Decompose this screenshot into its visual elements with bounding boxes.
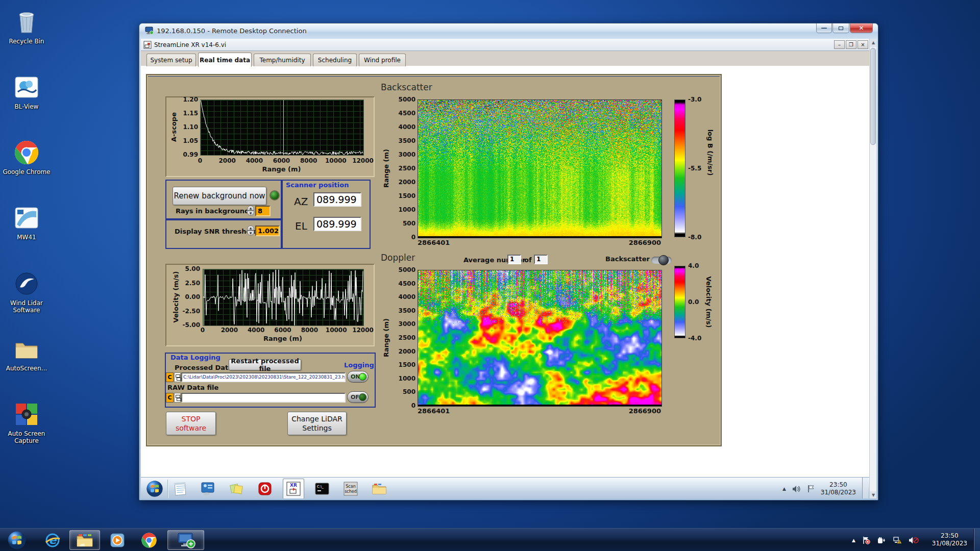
- snr-spinner[interactable]: ▲▼: [247, 226, 254, 236]
- remote-action-center-flag-icon[interactable]: [807, 485, 815, 493]
- backscatter-heatmap: [418, 99, 662, 238]
- desktop-icon-label: Recycle Bin: [2, 38, 51, 45]
- backscatter-x-end: 2866900: [629, 239, 661, 246]
- host-tray-expand-icon[interactable]: ▲: [852, 538, 855, 543]
- action-center-flag-error-icon[interactable]: [862, 536, 870, 544]
- renew-background-button[interactable]: Renew background now: [173, 187, 266, 205]
- host-taskbar-chrome[interactable]: [135, 530, 163, 550]
- remote-taskbar-power-app[interactable]: [254, 479, 276, 498]
- host-taskbar-media-player[interactable]: [104, 530, 131, 550]
- average-number-field[interactable]: 1: [507, 255, 521, 264]
- rdp-window-title: 192.168.0.150 - Remote Desktop Connectio…: [157, 27, 307, 35]
- remote-tray: ▲ 23:50 31/08/2023: [782, 478, 868, 498]
- desktop-icon-google-chrome[interactable]: Google Chrome: [2, 138, 51, 200]
- az-label: AZ: [294, 195, 308, 208]
- tab-real-time-data[interactable]: Real time data: [198, 53, 252, 67]
- host-taskbar-internet-explorer[interactable]: e: [40, 530, 65, 550]
- doppler-heatmap: [418, 270, 662, 407]
- rdp-vertical-scrollbar[interactable]: ▲ ▼: [869, 39, 876, 498]
- host-taskbar-windows-explorer[interactable]: [69, 530, 100, 550]
- folder-icon: [371, 481, 387, 496]
- remote-clock[interactable]: 23:50 31/08/2023: [821, 481, 856, 496]
- remote-taskbar-system-app[interactable]: [197, 479, 218, 498]
- vi-front-panel: A-scope 1.201.151.101.050.99 02000400060…: [141, 66, 870, 477]
- drive-selector[interactable]: C: [166, 372, 174, 382]
- close-button[interactable]: ✕: [850, 23, 873, 33]
- remote-taskbar-scan-scheduler[interactable]: Scan sched: [340, 479, 361, 498]
- remote-taskbar-folder[interactable]: [369, 479, 390, 498]
- el-value-field[interactable]: 089.999: [313, 217, 361, 231]
- average-total-field[interactable]: 1: [534, 255, 548, 264]
- start-orb-icon: [146, 480, 163, 497]
- remote-tray-expand-icon[interactable]: ▲: [782, 486, 786, 491]
- power-plug-icon[interactable]: [877, 536, 886, 544]
- raw-logging-off-button[interactable]: OFF: [347, 391, 369, 403]
- remote-volume-icon[interactable]: [792, 485, 801, 493]
- remote-taskbar-labview-xr[interactable]: XR: [283, 479, 304, 498]
- desktop-icon-label: MW41: [2, 234, 51, 241]
- tab-scheduling[interactable]: Scheduling: [313, 54, 357, 66]
- change-lidar-settings-button[interactable]: Change LiDAR Settings: [287, 412, 347, 435]
- host-show-desktop-button[interactable]: [973, 529, 980, 551]
- maximize-button[interactable]: [832, 23, 849, 33]
- snr-value-field[interactable]: 1.002: [255, 226, 280, 236]
- tab-temp-humidity[interactable]: Temp/humidity: [254, 54, 311, 66]
- desktop-icon-autoscreen-folder[interactable]: AutoScreen...: [2, 334, 51, 396]
- scroll-down-arrow[interactable]: ▼: [870, 491, 876, 498]
- remote-taskbar-command-prompt[interactable]: C:\_: [311, 479, 333, 498]
- desktop-icon-label: BL-View: [2, 103, 51, 110]
- backscatter-toggle-switch[interactable]: [651, 257, 672, 264]
- desktop-icon-wind-lidar-software[interactable]: Wind Lidar Software: [2, 269, 51, 331]
- desktop-icon-auto-screen-capture[interactable]: Auto Screen Capture: [2, 399, 51, 462]
- scroll-up-arrow[interactable]: ▲: [870, 39, 876, 47]
- scanner-position-title: Scanner position: [286, 181, 349, 189]
- vi-titlebar[interactable]: StreamLine XR v14-6.vi – ❒ ×: [141, 39, 870, 51]
- remote-taskbar-sticky-notes[interactable]: [226, 479, 247, 498]
- desktop-icon-label: Wind Lidar Software: [2, 299, 51, 314]
- browse-icon[interactable]: [174, 393, 181, 403]
- doppler-x-start: 2866401: [418, 407, 450, 415]
- folder-icon: [13, 335, 40, 363]
- network-warning-icon[interactable]: [893, 536, 902, 544]
- desktop-icon-mw41[interactable]: MW41: [2, 203, 51, 265]
- raw-path-field[interactable]: [181, 393, 346, 403]
- raw-data-file-label: RAW Data file: [167, 384, 218, 391]
- host-start-button[interactable]: [3, 530, 31, 550]
- browse-icon[interactable]: [174, 372, 181, 382]
- desktop-icon-recycle-bin[interactable]: Recycle Bin: [2, 7, 51, 69]
- rdp-window-icon: [145, 27, 154, 35]
- vi-restore-button[interactable]: ❒: [846, 40, 856, 49]
- vi-minimize-button[interactable]: –: [834, 40, 845, 49]
- backscatter-colorbar-ticks: -3.0-5.5-8.0: [688, 99, 708, 237]
- host-taskbar-remote-desktop[interactable]: [167, 530, 204, 550]
- doppler-colorbar: [674, 266, 685, 338]
- data-logging-title: Data Logging: [170, 354, 220, 361]
- drive-selector[interactable]: C: [166, 393, 174, 403]
- stop-software-button[interactable]: STOP software: [166, 412, 216, 435]
- remote-taskbar-notepad[interactable]: [169, 479, 191, 498]
- rays-value-field[interactable]: 8: [255, 206, 271, 216]
- volume-muted-icon[interactable]: [909, 536, 919, 544]
- tab-system-setup[interactable]: System setup: [146, 54, 196, 66]
- taskbar-separator: [167, 480, 168, 498]
- velocity-x-ticks: 020004000600080001000012000: [203, 326, 363, 334]
- restart-processed-file-button[interactable]: Restart processed file: [229, 359, 301, 370]
- az-value-field[interactable]: 089.999: [313, 192, 361, 207]
- processed-logging-on-button[interactable]: ON: [347, 371, 369, 383]
- desktop-icon-label: Auto Screen Capture: [2, 430, 51, 444]
- velocity-plot: [203, 269, 364, 326]
- remote-start-button[interactable]: [143, 479, 166, 498]
- rays-in-background-label: Rays in background: [176, 207, 249, 215]
- remote-show-desktop-button[interactable]: [862, 478, 868, 498]
- scrollbar-thumb[interactable]: [870, 48, 876, 145]
- minimize-button[interactable]: —: [816, 23, 832, 33]
- tab-wind-profile[interactable]: Wind profile: [359, 54, 406, 66]
- logging-label: Logging: [344, 361, 374, 369]
- rays-spinner[interactable]: ▲▼: [247, 206, 254, 216]
- host-clock[interactable]: 23:50 31/08/2023: [932, 532, 967, 547]
- vi-close-button[interactable]: ×: [857, 40, 868, 49]
- raw-path-control: C: [166, 393, 346, 403]
- desktop-icon-bl-view[interactable]: BL-View: [2, 72, 51, 135]
- rdp-titlebar[interactable]: 192.168.0.150 - Remote Desktop Connectio…: [139, 23, 878, 39]
- processed-path-field[interactable]: C:\Lidar\Data\Proc\2023\202308\20230831\…: [181, 372, 346, 382]
